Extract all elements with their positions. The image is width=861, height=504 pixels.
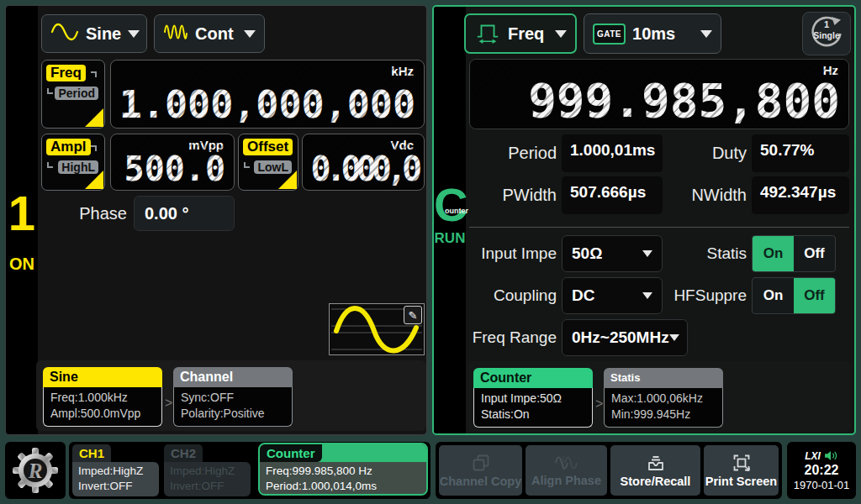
statis-off-button[interactable]: Off [794,236,835,271]
offset-param-button[interactable]: Offset LowL [238,134,298,191]
wave-info-card[interactable]: Sine Freq:1.000kHz Ampl:500.0mVpp [43,367,162,427]
print-screen-label: Print Screen [705,475,777,488]
counter-side-label: Counter [434,181,466,228]
channel1-side-column: 1 ON [6,6,38,434]
counter-mode-label: Freq [508,24,544,44]
channel-info-card-title: Channel [173,367,293,387]
freq-param-button[interactable]: Freq Period [41,60,105,129]
counter-info-card-title: Counter [473,368,593,388]
counter-tab: Counter [260,444,322,462]
svg-text:Single: Single [813,30,840,40]
mode-dropdown[interactable]: Cont [154,14,265,53]
svg-text:1: 1 [824,19,829,29]
ampl-param-button[interactable]: Ampl HighL [41,134,105,191]
card-separator: > [595,396,603,412]
svg-text:R: R [28,459,43,482]
hfsuppre-on-button[interactable]: On [753,278,794,313]
freq-range-value: 0Hz~250MHz [572,328,669,347]
freq-value: 1.000,000,000 [119,86,415,123]
statis-info-card-title: Statis [604,368,723,388]
corner-mark-icon [91,71,97,77]
clock-date: 1970-01-01 [794,479,850,491]
coupling-dropdown[interactable]: DC [562,277,663,314]
chevron-down-icon [669,334,679,341]
waveform-preview[interactable]: ✎ [329,303,425,355]
touch-corner-icon [85,108,103,127]
copy-icon [471,453,491,473]
gate-time-dropdown[interactable]: GATE 10ms [584,13,721,54]
channel1-panel: 1 ON Sine Cont Freq Period kHz 1.000,000… [5,5,427,435]
sine-icon [50,21,79,46]
ch2-status-card[interactable]: CH2 Imped:HighZ Invert:OFF [164,444,251,496]
pulse-icon [474,18,501,49]
hfsuppre-off-button[interactable]: Off [794,278,835,313]
store-icon [646,453,666,473]
hfsuppre-label: HFSuppre [659,277,747,314]
ch2-tab: CH2 [164,444,203,462]
freq-range-dropdown[interactable]: 0Hz~250MHz [562,319,688,356]
system-status-clock[interactable]: LXI 20:22 1970-01-01 [787,442,856,499]
offset-display[interactable]: Vdc 0.000,0 [302,134,425,191]
input-impedance-label: Input Impe [464,235,557,272]
ampl-display[interactable]: mVpp 500.0 [110,134,235,191]
corner-mark-icon [47,88,53,94]
divider [469,227,849,228]
waveform-dropdown[interactable]: Sine [41,14,147,53]
speaker-icon [824,450,838,461]
channel-copy-button[interactable]: Channel Copy [439,445,522,496]
system-menu-button[interactable]: R [5,442,66,499]
counter-status-card[interactable]: Counter Freq:999.985,800 Hz Period:1.000… [258,443,428,496]
input-impedance-dropdown[interactable]: 50Ω [562,235,663,272]
freq-badge: Freq [46,65,86,81]
counter-side-label-small: ounter [445,207,468,215]
mode-dropdown-label: Cont [195,24,234,44]
store-recall-label: Store/Recall [621,475,691,488]
counter-panel: Counter RUN Freq GATE 10ms 1 Single Hz [432,5,856,435]
print-screen-button[interactable]: Print Screen [704,445,779,496]
channel-info-card[interactable]: Channel Sync:OFF Polarity:Positive [173,367,293,427]
offset-badge: Offset [243,139,293,155]
single-run-button[interactable]: 1 Single [802,12,851,55]
statis-toggle: On Off [752,235,836,272]
hfsuppre-toggle: On Off [752,277,836,314]
coupling-value: DC [572,286,594,305]
freq-display[interactable]: kHz 1.000,000,000 [110,60,425,129]
counter-mode-dropdown[interactable]: Freq [464,13,577,54]
statis-info-card[interactable]: Statis Max:1.000,06kHz Min:999.945Hz [604,368,723,428]
ch2-imped-line: Imped:HighZ [170,464,245,479]
counter-info-card[interactable]: Counter Input Impe:50Ω Statis:On [473,368,593,428]
wave-info-card-title: Sine [43,367,162,387]
period-value: 1.000,01ms [562,134,663,172]
corner-mark-icon [47,162,53,168]
single-icon: 1 Single [807,14,846,53]
nwidth-value: 492.347µs [752,176,849,214]
ampl-badge: Ampl [46,139,91,155]
touch-corner-icon [278,171,297,189]
channel-on-state: ON [6,255,38,274]
counter-freq-display[interactable]: Hz 999.985,800 [469,59,849,129]
clock-time: 20:22 [805,463,839,478]
statis-on-button[interactable]: On [753,236,794,271]
align-phase-button[interactable]: Align Phase [526,445,607,496]
duty-value: 50.77% [752,134,849,172]
corner-mark-icon [91,145,97,151]
freq-unit: kHz [391,64,414,78]
duty-label: Duty [674,134,747,172]
phase-input[interactable]: 0.00 ° [134,196,235,231]
counter-side-column: Counter RUN [434,7,466,433]
counter-info-line1: Input Impe:50Ω [481,391,585,407]
lxi-logo: LXI [805,450,821,462]
chevron-down-icon [700,30,712,38]
edit-icon[interactable]: ✎ [404,306,422,324]
chevron-down-icon [642,292,652,299]
corner-mark-icon [244,162,250,168]
channel1-info-footer: Sine Freq:1.000kHz Ampl:500.0mVpp > Chan… [36,360,426,431]
channel-status-group: CH1 Imped:HighZ Invert:OFF CH2 Imped:Hig… [69,442,430,499]
ch1-invert-line: Invert:OFF [78,479,153,494]
align-phase-icon [554,454,579,472]
ch1-status-card[interactable]: CH1 Imped:HighZ Invert:OFF [72,444,159,496]
store-recall-button[interactable]: Store/Recall [610,445,700,496]
function-button-group: Channel Copy Align Phase Store/Recall Pr… [436,442,782,499]
input-impedance-value: 50Ω [572,244,602,263]
wave-info-line2: Ampl:500.0mVpp [50,406,155,422]
